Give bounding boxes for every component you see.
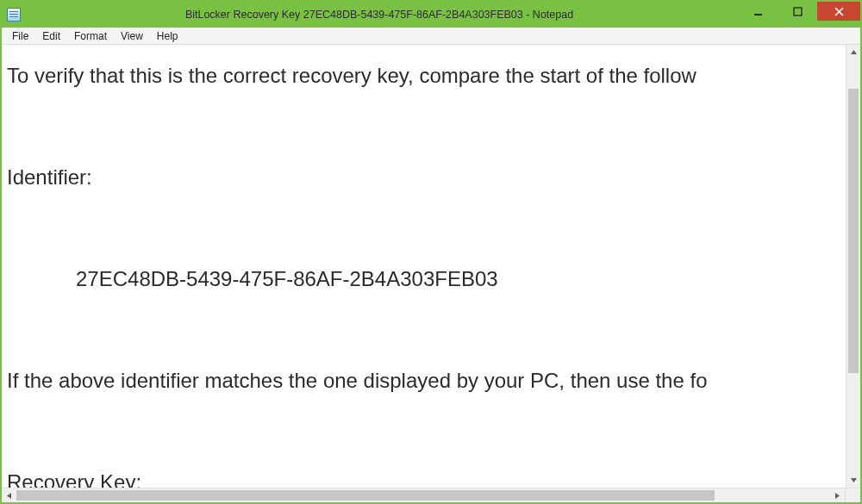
text-line: To verify that this is the correct recov… [7, 64, 696, 87]
hscroll-track[interactable] [16, 488, 830, 502]
hscroll-thumb[interactable] [16, 490, 715, 501]
client-area: To verify that this is the correct recov… [2, 45, 860, 488]
text-line: Identifier: [7, 165, 92, 189]
vscroll-track[interactable] [846, 59, 860, 473]
identifier-value: 27EC48DB-5439-475F-86AF-2B4A303FEB03 [76, 267, 498, 290]
scroll-down-icon[interactable] [846, 473, 860, 488]
size-grip[interactable] [846, 488, 860, 502]
titlebar[interactable]: BitLocker Recovery Key 27EC48DB-5439-475… [2, 2, 860, 28]
svg-rect-1 [794, 8, 802, 16]
scroll-right-icon[interactable] [830, 488, 845, 502]
svg-rect-0 [754, 14, 762, 16]
scroll-left-icon[interactable] [2, 488, 16, 502]
vertical-scrollbar[interactable] [846, 45, 860, 488]
window-title: BitLocker Recovery Key 27EC48DB-5439-475… [21, 9, 738, 21]
notepad-icon [7, 8, 21, 22]
text-indent [7, 267, 76, 290]
scroll-up-icon[interactable] [846, 45, 860, 59]
close-button[interactable] [817, 2, 860, 21]
menubar: File Edit Format View Help [2, 28, 860, 45]
minimize-button[interactable] [738, 2, 778, 21]
vscroll-thumb[interactable] [848, 89, 859, 373]
text-editor[interactable]: To verify that this is the correct recov… [2, 45, 711, 488]
menu-edit[interactable]: Edit [35, 29, 67, 43]
editor-viewport: To verify that this is the correct recov… [2, 45, 846, 488]
maximize-button[interactable] [778, 2, 817, 21]
text-line: Recovery Key: [7, 470, 141, 488]
hscroll-row [2, 488, 860, 502]
text-line: If the above identifier matches the one … [7, 369, 708, 392]
notepad-window: BitLocker Recovery Key 27EC48DB-5439-475… [0, 0, 862, 504]
window-controls [738, 2, 860, 28]
menu-file[interactable]: File [5, 29, 35, 43]
menu-help[interactable]: Help [150, 29, 185, 43]
horizontal-scrollbar[interactable] [2, 488, 846, 502]
menu-format[interactable]: Format [67, 29, 114, 43]
menu-view[interactable]: View [114, 29, 150, 43]
